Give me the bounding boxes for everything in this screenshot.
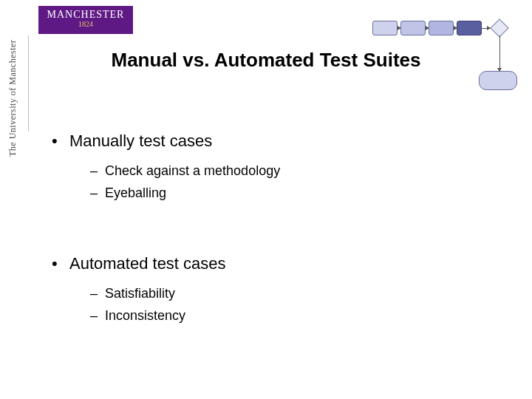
sub-bullet-text: Check against a methodology [105,163,280,178]
spacer [52,205,466,254]
bullet-marker: • [52,254,69,273]
flow-step-active [457,21,482,35]
flow-decision [490,18,508,37]
sub-bullet-text: Satisfiability [105,286,175,301]
bullet-marker: • [52,132,69,151]
slide-title: Manual vs. Automated Test Suites [0,49,532,72]
sub-bullet-item: – Check against a methodology [90,161,466,180]
slide-content: • Manually test cases – Check against a … [52,132,466,328]
sub-bullet-item: – Satisfiability [90,284,466,303]
sub-bullet-text: Eyeballing [105,185,166,200]
flow-terminal [479,71,517,90]
flow-step-2 [400,21,426,35]
flow-step-3 [429,21,454,35]
sub-bullet-text: Inconsistency [105,308,185,323]
bullet-item: • Automated test cases [52,254,466,273]
flow-step-1 [372,21,398,35]
sub-bullet-item: – Eyeballing [90,183,466,202]
bullet-item: • Manually test cases [52,132,466,151]
bullet-text: Automated test cases [69,254,226,273]
university-logo: MANCHESTER 1824 [38,6,133,34]
logo-text-main: MANCHESTER [38,9,133,21]
bullet-text: Manually test cases [69,132,212,151]
sub-bullet-item: – Inconsistency [90,306,466,325]
logo-text-year: 1824 [38,20,133,28]
